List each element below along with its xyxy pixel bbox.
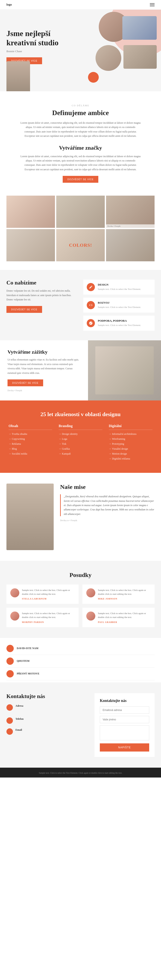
gallery-item-6 — [106, 229, 155, 261]
zazitky-button[interactable]: DOZVĚDĚT SE VÍCE — [8, 379, 43, 386]
co-delame-text1: Lorem ipsum dolor sit amet, consectetur … — [21, 121, 140, 138]
digitalni-list: → Informační architektura → Wireframing … — [109, 433, 152, 460]
section-tag: CO DĚLÁME — [13, 104, 148, 107]
sidebar-item-label-2: PŘESNÝ MOTOVE — [17, 672, 39, 675]
list-item: → Grafika — [59, 447, 102, 450]
obsah-list: → Tvorba obsahu → Copywriting → Reklama … — [9, 433, 52, 455]
design-service-text: Sample text. Click to select the Text El… — [98, 287, 141, 291]
service-card-podpora: PODPORA, PODPORA Sample text. Click to s… — [83, 316, 155, 331]
mise-section: Naše mise „Designstudio, který věnoval d… — [0, 473, 161, 561]
sidebar-item-label-0: DAVID-ISTE NAM — [17, 647, 38, 650]
list-item: → Sociální média — [9, 452, 52, 455]
zkusenosti-col-branding: Branding → Design identity → Loga → Tisk… — [59, 424, 102, 462]
posudky-text-1: Sample text. Click to select the box. Cl… — [98, 589, 151, 596]
posudky-item-0: Sample text. Click to select the box. Cl… — [6, 584, 78, 604]
footer: Sample text. Click to select the Text El… — [0, 768, 161, 778]
digitalni-title: Digitální — [109, 424, 152, 430]
podpora-service-title: PODPORA, PODPORA — [98, 319, 141, 323]
gallery-caption-3: Devika • Freepik — [106, 224, 155, 228]
hero-image-4 — [123, 45, 157, 69]
kontakt-item-1: Telefon — [6, 718, 88, 725]
gallery-item-3: Devika • Freepik — [106, 196, 155, 228]
co-nabizime-button[interactable]: DOZVĚDĚT SE VÍCE — [6, 306, 42, 313]
gallery-item-1 — [6, 196, 55, 228]
hero-content: Jsme nejlepší kreativní studio Bonnie Ch… — [6, 29, 75, 64]
kontakt-address-icon — [6, 704, 13, 711]
gallery-section: Devika • Freepik COLORS! — [0, 196, 161, 270]
kontakt-item-0: Adresa — [6, 704, 88, 714]
co-nabizime-title: Co nabízíme — [6, 280, 78, 286]
list-item: → Loga — [59, 438, 102, 441]
message-field[interactable] — [100, 725, 149, 740]
gallery-item-2 — [56, 196, 105, 228]
hero-orange-dot — [88, 72, 99, 83]
navbar: logo — [0, 0, 161, 10]
co-nabizime-right: DESIGN Sample text. Click to select the … — [83, 280, 155, 331]
kontakt-item-text-0 — [16, 708, 48, 714]
hero-section: Jsme nejlepší kreativní studio Bonnie Ch… — [0, 10, 161, 91]
posudky-grid: Sample text. Click to select the box. Cl… — [6, 584, 155, 627]
branding-list: → Design identity → Loga → Tisk → Grafik… — [59, 433, 102, 455]
sidebar-items-section: DAVID-ISTE NAM QHUITEM PŘESNÝ MOTOVE — [0, 638, 161, 682]
posudky-name-0: STELLA LABURNUM — [22, 598, 75, 600]
hero-image-2 — [122, 16, 157, 40]
list-item: → Vizuální design — [109, 447, 152, 450]
kontakt-email-icon — [6, 729, 13, 735]
name-field[interactable] — [100, 716, 149, 723]
kontakt-item-title-1: Telefon — [16, 718, 48, 721]
list-item: → Kampaň — [59, 452, 102, 455]
hamburger[interactable] — [150, 3, 155, 6]
service-card-design: DESIGN Sample text. Click to select the … — [83, 280, 155, 294]
list-item: → Blog — [9, 447, 52, 450]
hero-image-3 — [96, 45, 121, 71]
rozvoj-service-text: Sample text. Click to select the Text El… — [98, 305, 141, 309]
zazitky-right — [88, 340, 161, 401]
co-nabizime-left: Co nabízíme Donec vulputate leo sit. Do … — [6, 280, 78, 331]
posudky-item-1: Sample text. Click to select the box. Cl… — [83, 584, 155, 604]
zkusenosti-col-obsah: Obsah → Tvorba obsahu → Copywriting → Re… — [9, 424, 52, 462]
kontakt-item-title-2: Email — [16, 729, 48, 732]
hero-title: Jsme nejlepší kreativní studio — [6, 29, 75, 48]
posudky-item-3: Sample text. Click to select the box. Cl… — [83, 608, 155, 627]
posudky-title: Posudky — [6, 571, 155, 579]
email-field[interactable] — [100, 706, 149, 714]
zkusenosti-col-digitalni: Digitální → Informační architektura → Wi… — [109, 424, 152, 462]
hero-images — [84, 12, 157, 85]
branding-title: Branding — [59, 424, 102, 430]
co-nabizime-text: Donec vulputate leo sit. Do nisl sodales… — [6, 289, 78, 302]
service-card-rozvoj: ROZVOJ Sample text. Click to select the … — [83, 298, 155, 313]
rozvoj-icon — [87, 301, 95, 309]
zkusenosti-title: 25 let zkušeností v oblasti designu — [9, 411, 152, 418]
posudky-section: Posudky Sample text. Click to select the… — [0, 561, 161, 638]
posudky-name-2: MORPHY PARDON — [22, 621, 75, 624]
mise-title: Naše mise — [60, 484, 155, 490]
posudky-text-2: Sample text. Click to select the box. Cl… — [22, 611, 75, 619]
list-item: → Copywriting — [9, 438, 52, 441]
podpora-service-text: Sample text. Click to select the Text El… — [98, 323, 141, 327]
list-item: → Tvorba obsahu — [9, 433, 52, 436]
mise-quote: „Designstudio, který věnoval dva rozsáhl… — [60, 494, 155, 516]
hero-subtitle: Bonnie Chase — [6, 49, 75, 53]
logo: logo — [6, 3, 12, 6]
posudky-avatar-2 — [10, 611, 19, 620]
kontakt-item-2: Email — [6, 729, 88, 736]
gallery-item-5: COLORS! — [56, 229, 105, 261]
zazitky-link: Devika • Freepik — [8, 389, 80, 391]
posudky-avatar-0 — [10, 589, 19, 597]
kontakt-left: Kontaktujte nás Adresa Telefon Email — [6, 693, 88, 739]
posudky-text-3: Sample text. Click to select the box. Cl… — [98, 611, 151, 619]
design-icon — [87, 283, 95, 291]
sidebar-item-icon-2 — [6, 670, 14, 678]
co-delame-subtitle: Vytváříme značky — [13, 145, 148, 151]
kontakt-form: Kontaktujte nás NAPIŠTE — [94, 693, 155, 757]
sidebar-item-label-1: QHUITEM — [17, 659, 29, 663]
kontakt-item-text-1 — [16, 721, 48, 725]
zazitky-title: Vytváříme zážitky — [8, 349, 80, 355]
podpora-icon — [87, 319, 95, 327]
sidebar-item-1: QHUITEM — [6, 655, 155, 668]
list-item: → Prototyping — [109, 442, 152, 445]
design-service-title: DESIGN — [98, 283, 141, 286]
co-delame-title: Definujeme ambice — [13, 109, 148, 117]
co-delame-button[interactable]: DOZVĚDĚT SE VÍCE — [63, 176, 98, 183]
submit-button[interactable]: NAPIŠTE — [100, 743, 149, 751]
